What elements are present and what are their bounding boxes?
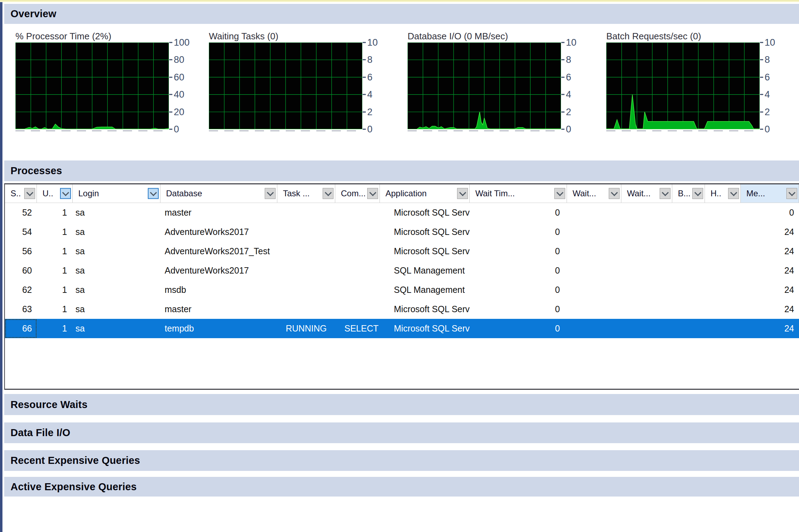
x-axis-ticks bbox=[408, 130, 561, 131]
y-axis-label: 0 bbox=[765, 124, 770, 135]
process-row[interactable]: 631samasterMicrosoft SQL Server ...024 bbox=[5, 300, 799, 319]
chart-title: % Processor Time (2%) bbox=[15, 31, 198, 42]
grid-cell: 0 bbox=[470, 300, 567, 319]
y-axis-tick bbox=[169, 111, 172, 112]
overview-chart: Batch Requests/sec (0)1086420 bbox=[606, 31, 789, 129]
chevron-down-icon bbox=[325, 189, 332, 196]
grid-cell bbox=[277, 203, 335, 222]
filter-dropdown-button[interactable] bbox=[457, 188, 468, 199]
column-header-login[interactable]: Login bbox=[73, 184, 160, 203]
y-axis-label: 2 bbox=[765, 106, 770, 117]
y-axis-label: 0 bbox=[367, 124, 372, 135]
y-axis-tick bbox=[561, 129, 564, 130]
filter-dropdown-button[interactable] bbox=[265, 188, 276, 199]
grid-cell bbox=[705, 300, 741, 319]
column-header-label: Com... bbox=[341, 189, 366, 198]
filter-dropdown-button[interactable] bbox=[728, 188, 739, 199]
filter-dropdown-button[interactable] bbox=[660, 188, 671, 199]
process-row[interactable]: 621samsdbSQL Management024 bbox=[5, 280, 799, 300]
y-axis-label: 10 bbox=[367, 37, 378, 48]
column-header-database[interactable]: Database bbox=[160, 184, 277, 203]
grid-cell bbox=[672, 242, 705, 261]
grid-cell: master bbox=[160, 203, 277, 222]
filter-dropdown-button[interactable] bbox=[609, 188, 620, 199]
filter-dropdown-button[interactable] bbox=[60, 188, 71, 199]
y-axis-label: 8 bbox=[765, 54, 770, 65]
column-header-application[interactable]: Application bbox=[380, 184, 470, 203]
process-row[interactable]: 601saAdventureWorks2017SQL Management024 bbox=[5, 261, 799, 280]
grid-cell bbox=[567, 203, 621, 222]
grid-cell: SELECT bbox=[335, 319, 380, 338]
section-title: Processes bbox=[11, 165, 62, 177]
section-header-processes[interactable]: Processes bbox=[4, 160, 799, 181]
grid-cell bbox=[705, 242, 741, 261]
grid-cell bbox=[567, 222, 621, 242]
section-header-active-expensive-queries[interactable]: Active Expensive Queries bbox=[4, 477, 799, 497]
column-header-me[interactable]: Me... bbox=[741, 184, 799, 203]
filter-dropdown-button[interactable] bbox=[323, 188, 334, 199]
filter-dropdown-button[interactable] bbox=[148, 188, 159, 199]
column-header-wait[interactable]: Wait... bbox=[621, 184, 672, 203]
section-header-recent-expensive-queries[interactable]: Recent Expensive Queries bbox=[4, 450, 799, 471]
process-row[interactable]: 541saAdventureWorks2017Microsoft SQL Ser… bbox=[5, 222, 799, 242]
section-header-resource-waits[interactable]: Resource Waits bbox=[4, 394, 799, 415]
grid-cell bbox=[621, 261, 672, 280]
y-axis-tick bbox=[760, 77, 763, 78]
grid-cell: AdventureWorks2017 bbox=[160, 261, 277, 280]
column-header-com[interactable]: Com... bbox=[335, 184, 380, 203]
chart-plot-area bbox=[408, 42, 561, 129]
y-axis-tick bbox=[760, 129, 763, 130]
grid-cell: 0 bbox=[470, 280, 567, 300]
grid-cell bbox=[705, 261, 741, 280]
y-axis-label: 4 bbox=[566, 89, 571, 100]
chevron-down-icon bbox=[662, 189, 669, 196]
grid-cell: SQL Management bbox=[380, 261, 470, 280]
column-header-wait[interactable]: Wait... bbox=[567, 184, 621, 203]
grid-cell bbox=[705, 203, 741, 222]
grid-cell: 24 bbox=[741, 261, 799, 280]
filter-dropdown-button[interactable] bbox=[692, 188, 703, 199]
grid-cell: 1 bbox=[37, 319, 73, 338]
grid-cell bbox=[335, 300, 380, 319]
chart-title: Waiting Tasks (0) bbox=[209, 31, 391, 42]
filter-dropdown-button[interactable] bbox=[554, 188, 565, 199]
grid-cell: 1 bbox=[37, 300, 73, 319]
column-header-b[interactable]: B... bbox=[672, 184, 705, 203]
grid-cell: tempdb bbox=[160, 319, 277, 338]
grid-cell: 24 bbox=[741, 280, 799, 300]
column-header-s[interactable]: S.. bbox=[5, 184, 37, 203]
grid-cell bbox=[277, 242, 335, 261]
grid-cell: 60 bbox=[5, 261, 37, 280]
column-header-label: Wait... bbox=[573, 189, 596, 198]
filter-dropdown-button[interactable] bbox=[786, 188, 797, 199]
grid-cell: sa bbox=[73, 280, 160, 300]
y-axis-tick bbox=[363, 77, 366, 78]
grid-cell bbox=[705, 222, 741, 242]
grid-cell: 0 bbox=[470, 203, 567, 222]
grid-cell bbox=[277, 280, 335, 300]
y-axis-tick bbox=[760, 94, 763, 95]
column-header-u[interactable]: U.. bbox=[37, 184, 73, 203]
grid-cell: 52 bbox=[5, 203, 37, 222]
filter-dropdown-button[interactable] bbox=[24, 188, 35, 199]
grid-cell: 1 bbox=[37, 261, 73, 280]
grid-cell: AdventureWorks2017 bbox=[160, 222, 277, 242]
grid-cell: Microsoft SQL Server ... bbox=[380, 300, 470, 319]
section-header-data-file-io[interactable]: Data File I/O bbox=[4, 422, 799, 443]
column-header-h[interactable]: H.. bbox=[705, 184, 741, 203]
grid-cell bbox=[567, 280, 621, 300]
process-row[interactable]: 521samasterMicrosoft SQL Server ...00 bbox=[5, 203, 799, 222]
grid-cell bbox=[335, 203, 380, 222]
y-axis-label: 0 bbox=[566, 124, 571, 135]
grid-cell bbox=[567, 300, 621, 319]
column-header-label: Login bbox=[78, 189, 99, 198]
column-header-waittim[interactable]: Wait Tim... bbox=[470, 184, 567, 203]
process-row-selected[interactable]: 661satempdbRUNNINGSELECTMicrosoft SQL Se… bbox=[5, 319, 799, 338]
filter-dropdown-button[interactable] bbox=[367, 188, 378, 199]
grid-cell: 24 bbox=[741, 242, 799, 261]
y-axis-label: 4 bbox=[765, 89, 770, 100]
column-header-task[interactable]: Task ... bbox=[277, 184, 335, 203]
grid-cell bbox=[672, 261, 705, 280]
y-axis-tick bbox=[363, 111, 366, 112]
process-row[interactable]: 561saAdventureWorks2017_TestMicrosoft SQ… bbox=[5, 242, 799, 261]
